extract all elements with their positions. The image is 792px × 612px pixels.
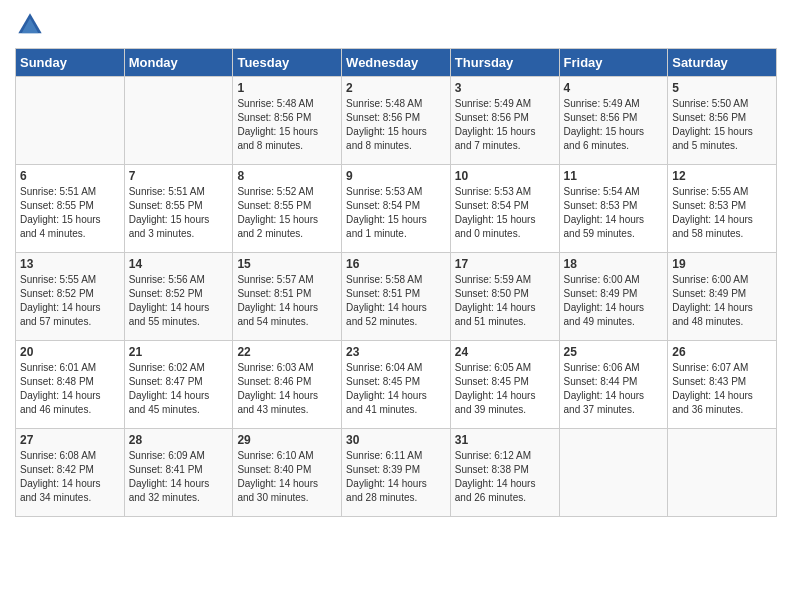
calendar-cell: 20Sunrise: 6:01 AM Sunset: 8:48 PM Dayli… [16,341,125,429]
calendar-cell [559,429,668,517]
calendar-cell: 6Sunrise: 5:51 AM Sunset: 8:55 PM Daylig… [16,165,125,253]
day-number: 23 [346,345,446,359]
day-info: Sunrise: 5:56 AM Sunset: 8:52 PM Dayligh… [129,273,229,329]
calendar-cell: 7Sunrise: 5:51 AM Sunset: 8:55 PM Daylig… [124,165,233,253]
day-info: Sunrise: 6:03 AM Sunset: 8:46 PM Dayligh… [237,361,337,417]
day-info: Sunrise: 5:50 AM Sunset: 8:56 PM Dayligh… [672,97,772,153]
day-info: Sunrise: 5:54 AM Sunset: 8:53 PM Dayligh… [564,185,664,241]
day-info: Sunrise: 6:12 AM Sunset: 8:38 PM Dayligh… [455,449,555,505]
weekday-header-tuesday: Tuesday [233,49,342,77]
calendar-cell [16,77,125,165]
logo [15,10,49,40]
calendar-cell: 23Sunrise: 6:04 AM Sunset: 8:45 PM Dayli… [342,341,451,429]
day-info: Sunrise: 6:10 AM Sunset: 8:40 PM Dayligh… [237,449,337,505]
day-number: 29 [237,433,337,447]
day-number: 3 [455,81,555,95]
calendar-cell: 5Sunrise: 5:50 AM Sunset: 8:56 PM Daylig… [668,77,777,165]
day-number: 7 [129,169,229,183]
calendar-cell: 12Sunrise: 5:55 AM Sunset: 8:53 PM Dayli… [668,165,777,253]
day-number: 15 [237,257,337,271]
weekday-header-monday: Monday [124,49,233,77]
calendar-week-2: 6Sunrise: 5:51 AM Sunset: 8:55 PM Daylig… [16,165,777,253]
calendar-cell: 26Sunrise: 6:07 AM Sunset: 8:43 PM Dayli… [668,341,777,429]
calendar-cell: 30Sunrise: 6:11 AM Sunset: 8:39 PM Dayli… [342,429,451,517]
day-info: Sunrise: 6:11 AM Sunset: 8:39 PM Dayligh… [346,449,446,505]
day-number: 21 [129,345,229,359]
calendar-cell: 13Sunrise: 5:55 AM Sunset: 8:52 PM Dayli… [16,253,125,341]
calendar-cell: 21Sunrise: 6:02 AM Sunset: 8:47 PM Dayli… [124,341,233,429]
calendar-cell: 8Sunrise: 5:52 AM Sunset: 8:55 PM Daylig… [233,165,342,253]
day-number: 31 [455,433,555,447]
day-info: Sunrise: 5:48 AM Sunset: 8:56 PM Dayligh… [237,97,337,153]
calendar-cell [668,429,777,517]
calendar-body: 1Sunrise: 5:48 AM Sunset: 8:56 PM Daylig… [16,77,777,517]
calendar-cell: 17Sunrise: 5:59 AM Sunset: 8:50 PM Dayli… [450,253,559,341]
day-info: Sunrise: 5:52 AM Sunset: 8:55 PM Dayligh… [237,185,337,241]
day-number: 20 [20,345,120,359]
day-info: Sunrise: 5:51 AM Sunset: 8:55 PM Dayligh… [129,185,229,241]
calendar-cell: 31Sunrise: 6:12 AM Sunset: 8:38 PM Dayli… [450,429,559,517]
day-info: Sunrise: 5:58 AM Sunset: 8:51 PM Dayligh… [346,273,446,329]
calendar-cell: 10Sunrise: 5:53 AM Sunset: 8:54 PM Dayli… [450,165,559,253]
calendar-cell: 27Sunrise: 6:08 AM Sunset: 8:42 PM Dayli… [16,429,125,517]
day-number: 24 [455,345,555,359]
day-number: 28 [129,433,229,447]
page-header [15,10,777,40]
day-info: Sunrise: 6:07 AM Sunset: 8:43 PM Dayligh… [672,361,772,417]
calendar-cell: 19Sunrise: 6:00 AM Sunset: 8:49 PM Dayli… [668,253,777,341]
day-number: 16 [346,257,446,271]
day-number: 13 [20,257,120,271]
calendar-cell: 15Sunrise: 5:57 AM Sunset: 8:51 PM Dayli… [233,253,342,341]
day-number: 19 [672,257,772,271]
day-info: Sunrise: 6:02 AM Sunset: 8:47 PM Dayligh… [129,361,229,417]
calendar-cell [124,77,233,165]
calendar-cell: 9Sunrise: 5:53 AM Sunset: 8:54 PM Daylig… [342,165,451,253]
day-info: Sunrise: 6:04 AM Sunset: 8:45 PM Dayligh… [346,361,446,417]
calendar-cell: 1Sunrise: 5:48 AM Sunset: 8:56 PM Daylig… [233,77,342,165]
day-number: 22 [237,345,337,359]
calendar-cell: 28Sunrise: 6:09 AM Sunset: 8:41 PM Dayli… [124,429,233,517]
day-info: Sunrise: 5:55 AM Sunset: 8:53 PM Dayligh… [672,185,772,241]
day-number: 1 [237,81,337,95]
day-number: 18 [564,257,664,271]
calendar-week-3: 13Sunrise: 5:55 AM Sunset: 8:52 PM Dayli… [16,253,777,341]
day-number: 10 [455,169,555,183]
day-number: 5 [672,81,772,95]
day-info: Sunrise: 5:57 AM Sunset: 8:51 PM Dayligh… [237,273,337,329]
calendar-cell: 22Sunrise: 6:03 AM Sunset: 8:46 PM Dayli… [233,341,342,429]
day-number: 17 [455,257,555,271]
day-number: 26 [672,345,772,359]
day-info: Sunrise: 5:49 AM Sunset: 8:56 PM Dayligh… [455,97,555,153]
day-info: Sunrise: 6:00 AM Sunset: 8:49 PM Dayligh… [564,273,664,329]
day-number: 6 [20,169,120,183]
day-number: 14 [129,257,229,271]
day-number: 30 [346,433,446,447]
day-number: 12 [672,169,772,183]
calendar-header-row: SundayMondayTuesdayWednesdayThursdayFrid… [16,49,777,77]
day-info: Sunrise: 5:48 AM Sunset: 8:56 PM Dayligh… [346,97,446,153]
day-info: Sunrise: 6:08 AM Sunset: 8:42 PM Dayligh… [20,449,120,505]
day-info: Sunrise: 5:53 AM Sunset: 8:54 PM Dayligh… [346,185,446,241]
calendar-cell: 24Sunrise: 6:05 AM Sunset: 8:45 PM Dayli… [450,341,559,429]
day-info: Sunrise: 5:55 AM Sunset: 8:52 PM Dayligh… [20,273,120,329]
day-number: 27 [20,433,120,447]
calendar-week-5: 27Sunrise: 6:08 AM Sunset: 8:42 PM Dayli… [16,429,777,517]
day-number: 9 [346,169,446,183]
calendar-cell: 4Sunrise: 5:49 AM Sunset: 8:56 PM Daylig… [559,77,668,165]
calendar-week-1: 1Sunrise: 5:48 AM Sunset: 8:56 PM Daylig… [16,77,777,165]
calendar-cell: 16Sunrise: 5:58 AM Sunset: 8:51 PM Dayli… [342,253,451,341]
calendar-cell: 25Sunrise: 6:06 AM Sunset: 8:44 PM Dayli… [559,341,668,429]
day-info: Sunrise: 6:00 AM Sunset: 8:49 PM Dayligh… [672,273,772,329]
weekday-header-friday: Friday [559,49,668,77]
weekday-header-wednesday: Wednesday [342,49,451,77]
day-info: Sunrise: 6:05 AM Sunset: 8:45 PM Dayligh… [455,361,555,417]
day-number: 2 [346,81,446,95]
day-info: Sunrise: 6:09 AM Sunset: 8:41 PM Dayligh… [129,449,229,505]
calendar-cell: 2Sunrise: 5:48 AM Sunset: 8:56 PM Daylig… [342,77,451,165]
weekday-header-thursday: Thursday [450,49,559,77]
calendar-cell: 14Sunrise: 5:56 AM Sunset: 8:52 PM Dayli… [124,253,233,341]
day-number: 8 [237,169,337,183]
logo-icon [15,10,45,40]
calendar-table: SundayMondayTuesdayWednesdayThursdayFrid… [15,48,777,517]
calendar-cell: 18Sunrise: 6:00 AM Sunset: 8:49 PM Dayli… [559,253,668,341]
